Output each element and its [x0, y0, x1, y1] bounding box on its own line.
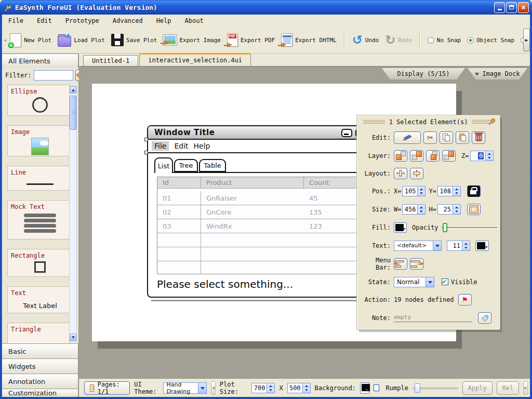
- paste-button[interactable]: [456, 131, 469, 144]
- tab-interactive-selection[interactable]: interactive_selection.4ui: [139, 53, 251, 66]
- menu-insert-right-button[interactable]: [410, 258, 423, 270]
- mock-menu-edit[interactable]: Edit: [174, 142, 188, 150]
- spinner-buttons[interactable]: [417, 187, 425, 196]
- snap-radio-no-snap[interactable]: No Snap: [428, 37, 461, 44]
- close-button[interactable]: ×: [518, 2, 529, 13]
- mock-menu-file[interactable]: File: [152, 141, 169, 151]
- panel-header[interactable]: 1 Selected Element(s): [357, 116, 499, 128]
- toolbar-scroll-left-icon[interactable]: ◂: [3, 29, 7, 51]
- pages-button[interactable]: Pages: 1/1: [84, 381, 130, 395]
- scrollbar-thumb[interactable]: [70, 96, 76, 130]
- element-card-triangle[interactable]: Triangle: [7, 323, 70, 343]
- export-dhtml-button[interactable]: Export DHTML: [281, 33, 336, 47]
- selection-handle[interactable]: [144, 151, 148, 154]
- visible-checkbox[interactable]: ✔: [442, 278, 448, 285]
- maximize-button[interactable]: [506, 2, 517, 13]
- statusbar-scroll-right-button[interactable]: ▶: [523, 381, 528, 395]
- mock-table[interactable]: Id Product Count 01 GnRaiser 45 02 GnCor…: [157, 177, 368, 274]
- z-spinner[interactable]: 0: [470, 151, 494, 161]
- pushpin-icon[interactable]: [488, 118, 496, 126]
- image-dock-tab[interactable]: Image Dock: [468, 68, 527, 79]
- action-flow-button[interactable]: ⚑: [458, 294, 472, 305]
- move-down-button[interactable]: [426, 150, 440, 162]
- slider-thumb[interactable]: [415, 383, 420, 393]
- dropdown-arrow-icon[interactable]: [198, 383, 206, 393]
- theme-dropdown[interactable]: Hand Drawing: [163, 382, 207, 394]
- spinner-buttons[interactable]: [462, 241, 470, 250]
- element-card-text[interactable]: Text Text Label: [7, 286, 70, 313]
- element-card-mock-text[interactable]: Mock Text: [7, 200, 70, 240]
- toolbar-scroll-right-button[interactable]: ▶: [523, 29, 530, 51]
- center-horizontal-button[interactable]: [394, 168, 407, 179]
- sidebar-section-widgets[interactable]: Widgets: [2, 358, 78, 374]
- delete-button[interactable]: [472, 131, 485, 144]
- opacity-slider[interactable]: [442, 223, 497, 232]
- plot-height-spinner[interactable]: 500: [287, 383, 311, 393]
- export-image-button[interactable]: Export Image: [163, 35, 220, 45]
- mock-window[interactable]: Window Title File Edit Help List Tree Ta…: [147, 125, 383, 298]
- sidebar-section-annotation[interactable]: Annotation: [2, 374, 78, 389]
- note-value[interactable]: empty: [394, 314, 472, 322]
- menu-insert-left-button[interactable]: [394, 258, 407, 270]
- spinner-buttons[interactable]: [267, 383, 274, 393]
- minimize-button[interactable]: [494, 2, 505, 13]
- mock-tab-table[interactable]: Table: [199, 159, 226, 172]
- mock-menu-help[interactable]: Help: [194, 142, 210, 150]
- element-card-ellipse[interactable]: Ellipse: [7, 85, 70, 116]
- sidebar-scrollbar[interactable]: [69, 86, 77, 341]
- mock-tab-tree[interactable]: Tree: [174, 159, 198, 172]
- lock-position-button[interactable]: [467, 185, 481, 197]
- mock-menubar[interactable]: File Edit Help: [148, 140, 382, 153]
- menu-help[interactable]: Help: [156, 17, 171, 24]
- statusbar-scroll-left-button[interactable]: ◀: [211, 381, 216, 395]
- sidebar-section-customization[interactable]: Customization: [2, 389, 78, 397]
- send-to-back-button[interactable]: [442, 150, 456, 162]
- apply-button[interactable]: Apply: [462, 381, 493, 395]
- plot-width-spinner[interactable]: 700: [251, 383, 275, 393]
- spinner-buttons[interactable]: [453, 187, 460, 196]
- load-plot-button[interactable]: Load Plot: [58, 33, 105, 47]
- edit-element-button[interactable]: [394, 131, 421, 144]
- display-tab[interactable]: Display (5/15): [382, 68, 465, 79]
- state-dropdown[interactable]: Normal: [394, 277, 434, 287]
- h-spinner[interactable]: 25: [437, 204, 461, 215]
- move-up-button[interactable]: [410, 150, 423, 162]
- scroll-down-icon[interactable]: [70, 334, 76, 341]
- save-plot-button[interactable]: Save Plot: [111, 34, 157, 46]
- element-card-line[interactable]: Line: [7, 166, 70, 191]
- copy-button[interactable]: [440, 131, 453, 144]
- tab-untitled-1[interactable]: Untitled-1: [83, 55, 138, 66]
- font-dropdown[interactable]: <default>: [394, 241, 442, 251]
- spinner-buttons[interactable]: [302, 383, 310, 393]
- fit-size-button[interactable]: [467, 204, 481, 215]
- element-card-image[interactable]: Image: [7, 125, 70, 156]
- text-color-swatch[interactable]: [475, 241, 489, 251]
- export-pdf-button[interactable]: PDF Export PDF: [227, 33, 275, 47]
- edit-note-button[interactable]: [478, 312, 491, 324]
- spinner-buttons[interactable]: [417, 205, 425, 214]
- spinner-buttons[interactable]: [453, 205, 460, 214]
- slider-thumb[interactable]: [443, 223, 447, 232]
- bring-to-front-button[interactable]: [394, 150, 407, 162]
- reload-button[interactable]: Rel: [497, 381, 520, 395]
- mock-tab-list[interactable]: List: [154, 157, 173, 173]
- spinner-buttons[interactable]: [485, 151, 493, 161]
- font-size-spinner[interactable]: 11: [447, 241, 470, 251]
- new-plot-button[interactable]: + New Plot: [10, 33, 51, 47]
- w-spinner[interactable]: 456: [402, 204, 425, 215]
- x-spinner[interactable]: 105: [402, 186, 425, 196]
- background-color-swatch[interactable]: [360, 382, 369, 394]
- dropdown-arrow-icon[interactable]: [425, 277, 434, 287]
- sidebar-section-basic[interactable]: Basic: [2, 343, 78, 358]
- rumple-checkbox[interactable]: [374, 384, 379, 391]
- menu-prototype[interactable]: Prototype: [65, 17, 99, 24]
- snap-radio-object-snap[interactable]: Object Snap: [467, 37, 514, 44]
- redo-button[interactable]: ↻ Redo: [385, 34, 412, 46]
- menu-about[interactable]: About: [185, 17, 204, 24]
- filter-input[interactable]: [34, 70, 73, 81]
- scroll-up-icon[interactable]: [70, 86, 76, 94]
- element-card-rectangle[interactable]: Rectangle: [7, 249, 70, 277]
- selection-handle[interactable]: [144, 138, 148, 141]
- fill-color-swatch[interactable]: [394, 222, 407, 233]
- cut-button[interactable]: ✂: [423, 131, 437, 144]
